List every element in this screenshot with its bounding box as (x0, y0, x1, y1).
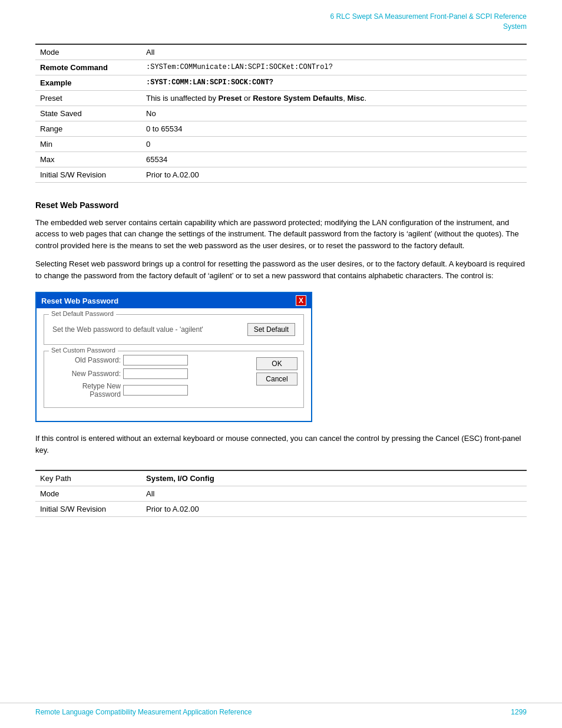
table-row: Min 0 (35, 136, 527, 151)
default-description: Set the Web password to default value - … (52, 325, 203, 334)
table-cell-value: System, I/O Config (141, 470, 527, 486)
table-cell-label: Example (35, 75, 141, 90)
table-cell-value: All (141, 44, 527, 60)
dialog-wrapper: Reset Web Password X Set Default Passwor… (35, 292, 527, 422)
old-password-label: Old Password: (50, 356, 121, 364)
ok-button[interactable]: OK (256, 357, 297, 370)
after-dialog-text: If this control is entered without an ex… (35, 433, 527, 456)
old-password-row: Old Password: (50, 355, 244, 365)
table-row: Preset This is unaffected by Preset or R… (35, 90, 527, 106)
table-cell-label: Key Path (35, 470, 141, 486)
table-row: Mode All (35, 486, 527, 502)
page-footer: Remote Language Compatibility Measuremen… (0, 703, 562, 716)
default-row: Set the Web password to default value - … (50, 318, 297, 338)
set-default-group: Set Default Password Set the Web passwor… (44, 314, 304, 345)
table-cell-value: :SYST:COMM:LAN:SCPI:SOCK:CONT? (141, 75, 527, 90)
table-cell-label: Initial S/W Revision (35, 502, 141, 517)
table-row: Initial S/W Revision Prior to A.02.00 (35, 502, 527, 517)
new-password-label: New Password: (50, 370, 121, 378)
table-cell-value: All (141, 486, 527, 502)
table-cell-value: 0 to 65534 (141, 121, 527, 136)
close-icon: X (299, 297, 303, 305)
header-line1: 6 RLC Swept SA Measurement Front-Panel &… (35, 12, 527, 22)
old-password-input[interactable] (123, 355, 188, 365)
header-line2: System (35, 22, 527, 32)
footer-right: 1299 (511, 708, 527, 716)
dialog-titlebar: Reset Web Password X (37, 293, 311, 308)
table-cell-label: Max (35, 151, 141, 167)
retype-password-input[interactable] (123, 385, 188, 396)
section-para2: Selecting Reset web password brings up a… (35, 258, 527, 281)
custom-fields: Old Password: New Password: Retype New P… (50, 355, 244, 401)
custom-password-content: Old Password: New Password: Retype New P… (50, 355, 297, 401)
table-row: Max 65534 (35, 151, 527, 167)
dialog-close-button[interactable]: X (296, 295, 306, 306)
table-cell-value: :SYSTem:COMMunicate:LAN:SCPI:SOCKet:CONT… (141, 60, 527, 75)
table-cell-value: Prior to A.02.00 (141, 502, 527, 517)
table-row: State Saved No (35, 106, 527, 121)
table-row: Initial S/W Revision Prior to A.02.00 (35, 167, 527, 182)
reset-password-dialog: Reset Web Password X Set Default Passwor… (35, 292, 312, 422)
set-custom-group: Set Custom Password Old Password: New Pa… (44, 351, 304, 408)
default-group-legend: Set Default Password (49, 310, 116, 317)
table-cell-label: Remote Command (35, 60, 141, 75)
set-default-button[interactable]: Set Default (247, 323, 295, 336)
table-cell-value: No (141, 106, 527, 121)
table-cell-value: 0 (141, 136, 527, 151)
table-cell-value: 65534 (141, 151, 527, 167)
retype-password-label: Retype New Password (50, 382, 121, 398)
dialog-title: Reset Web Password (41, 297, 118, 305)
table-cell-value: Prior to A.02.00 (141, 167, 527, 182)
table-cell-label: Mode (35, 44, 141, 60)
retype-password-row: Retype New Password (50, 382, 244, 398)
table-row: Range 0 to 65534 (35, 121, 527, 136)
table-cell-label: Initial S/W Revision (35, 167, 141, 182)
cancel-button[interactable]: Cancel (256, 373, 297, 386)
table-cell-label: Range (35, 121, 141, 136)
new-password-input[interactable] (123, 368, 188, 379)
section-heading: Reset Web Password (35, 200, 527, 210)
table-cell-label: Min (35, 136, 141, 151)
table-cell-label: Mode (35, 486, 141, 502)
custom-group-legend: Set Custom Password (49, 347, 118, 354)
table-cell-label: Preset (35, 90, 141, 106)
footer-left: Remote Language Compatibility Measuremen… (35, 708, 252, 716)
table-cell-value: This is unaffected by Preset or Restore … (141, 90, 527, 106)
custom-buttons: OK Cancel (256, 355, 297, 386)
top-info-table: Mode All Remote Command :SYSTem:COMMunic… (35, 44, 527, 183)
new-password-row: New Password: (50, 368, 244, 379)
dialog-body: Set Default Password Set the Web passwor… (37, 308, 311, 421)
section-para1: The embedded web server contains certain… (35, 217, 527, 252)
bottom-info-table: Key Path System, I/O Config Mode All Ini… (35, 470, 527, 517)
table-row: Key Path System, I/O Config (35, 470, 527, 486)
page-header: 6 RLC Swept SA Measurement Front-Panel &… (35, 12, 527, 32)
table-row: Mode All (35, 44, 527, 60)
table-row: Remote Command :SYSTem:COMMunicate:LAN:S… (35, 60, 527, 75)
table-row: Example :SYST:COMM:LAN:SCPI:SOCK:CONT? (35, 75, 527, 90)
table-cell-label: State Saved (35, 106, 141, 121)
